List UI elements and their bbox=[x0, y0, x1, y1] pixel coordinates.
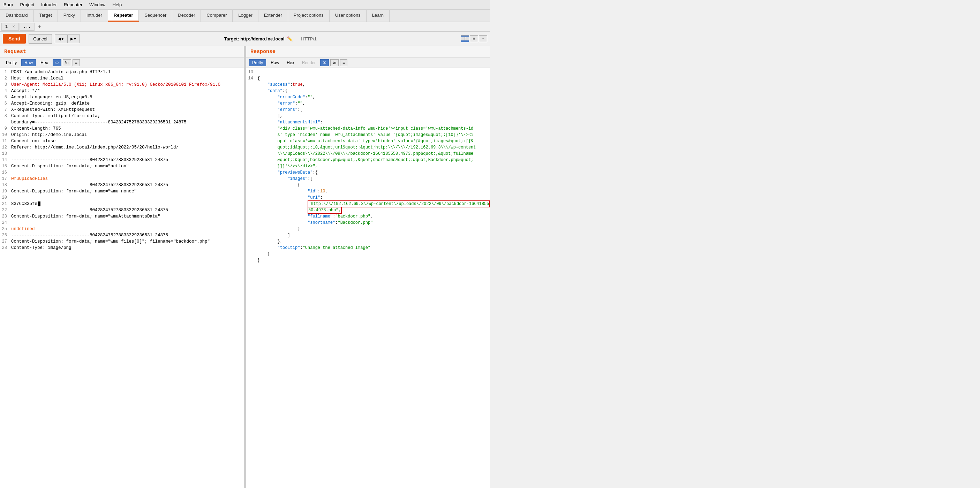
req-line-5: 5 Accept-Language: en-US,en;q=0.5 bbox=[0, 94, 244, 101]
resp-btn-newline[interactable]: \n bbox=[330, 59, 339, 66]
resp-line-data: "data":{ bbox=[246, 88, 490, 94]
menu-intruder[interactable]: Intruder bbox=[38, 1, 60, 9]
resp-line-previews: "previewsData":{ bbox=[246, 170, 490, 176]
tab-target[interactable]: Target bbox=[34, 10, 58, 22]
resp-line-data-close: } bbox=[246, 251, 490, 258]
resp-line-previews-close: }, bbox=[246, 239, 490, 245]
resp-line-html6: &quot;:&quot;backdoor.php&quot;,&quot;sh… bbox=[246, 157, 490, 164]
resp-line-img-open: { bbox=[246, 182, 490, 189]
req-line-12: 12 Referer: http://demo.ine.local/index.… bbox=[0, 145, 244, 151]
menu-project[interactable]: Project bbox=[16, 1, 37, 9]
tab-decoder[interactable]: Decoder bbox=[172, 10, 201, 22]
resp-line-html7: }]}'\/><\/div>", bbox=[246, 164, 490, 170]
req-line-9: 9 Content-Length: 765 bbox=[0, 126, 244, 132]
resp-line-img-close: } bbox=[246, 226, 490, 232]
req-btn-hex[interactable]: Hex bbox=[37, 59, 51, 66]
view-toggles: ⬜⬜ ▤ ▪ bbox=[461, 35, 487, 42]
menu-help[interactable]: Help bbox=[109, 1, 125, 9]
main-content: Request Pretty Raw Hex ① \n ≡ 1 POST /wp… bbox=[0, 46, 490, 488]
resp-line-success: "success":true, bbox=[246, 82, 490, 88]
resp-line-errorCode: "errorCode":"", bbox=[246, 94, 490, 101]
target-info: Target: http://demo.ine.local ✏️ bbox=[224, 36, 293, 41]
req-btn-menu[interactable]: ≡ bbox=[73, 59, 80, 66]
view-single-toggle[interactable]: ▪ bbox=[479, 35, 487, 42]
response-toolbar: Pretty Raw Hex Render ① \n ≡ bbox=[246, 58, 490, 68]
toolbar: Send Cancel ◀▼ ▶▼ Target: http://demo.in… bbox=[0, 32, 490, 46]
req-line-19: 19 Content-Disposition: form-data; name=… bbox=[0, 189, 244, 195]
req-line-23: 23 Content-Disposition: form-data; name=… bbox=[0, 214, 244, 220]
tab-proxy[interactable]: Proxy bbox=[58, 10, 81, 22]
tab-project-options[interactable]: Project options bbox=[288, 10, 329, 22]
req-btn-5[interactable]: ① bbox=[52, 59, 61, 66]
resp-btn-hex[interactable]: Hex bbox=[283, 59, 297, 66]
resp-line-id: "id":10, bbox=[246, 189, 490, 195]
request-toolbar: Pretty Raw Hex ① \n ≡ bbox=[0, 58, 244, 68]
resp-btn-raw[interactable]: Raw bbox=[267, 59, 282, 66]
send-button[interactable]: Send bbox=[3, 34, 26, 44]
req-btn-pretty[interactable]: Pretty bbox=[3, 59, 20, 66]
resp-line-13: 13 bbox=[246, 69, 490, 76]
req-line-21: 21 8376c835fe bbox=[0, 201, 244, 207]
req-btn-raw[interactable]: Raw bbox=[21, 59, 36, 66]
resp-line-html2: s' type='hidden' name='wmu_attachments' … bbox=[246, 132, 490, 138]
resp-line-url-val1: "http:\/\/192.162.69.3\/wp-content\/uplo… bbox=[246, 201, 490, 207]
resp-btn-5[interactable]: ① bbox=[320, 59, 329, 66]
view-split-toggle[interactable]: ⬜⬜ bbox=[461, 35, 469, 42]
menu-window[interactable]: Window bbox=[86, 1, 109, 9]
req-line-8: 8 Content-Type: multipart/form-data; bbox=[0, 113, 244, 119]
nav-prev[interactable]: ◀▼ bbox=[55, 35, 68, 43]
resp-btn-menu[interactable]: ≡ bbox=[340, 59, 347, 66]
http-version: HTTP/1 bbox=[301, 36, 317, 41]
response-code[interactable]: 13 14 { "success":true, "data":{ "errorC… bbox=[246, 68, 490, 488]
request-code[interactable]: 1 POST /wp-admin/admin-ajax.php HTTP/1.1… bbox=[0, 68, 244, 488]
repeater-add-tab[interactable]: + bbox=[35, 23, 44, 30]
resp-line-tooltip: "tooltip":"Change the attached image" bbox=[246, 245, 490, 251]
req-line-14: 14 ------------------------------8042824… bbox=[0, 157, 244, 164]
repeater-tab-2[interactable]: ... bbox=[19, 23, 35, 31]
req-line-25: 25 undefined bbox=[0, 226, 244, 232]
req-line-20: 20 bbox=[0, 195, 244, 201]
tab-learn[interactable]: Learn bbox=[366, 10, 390, 22]
response-header: Response bbox=[246, 46, 490, 58]
req-line-8b: boundary=----------------------------804… bbox=[0, 119, 244, 126]
resp-line-html4: quot;id&quot;:10,&quot;url&quot;:&quot;h… bbox=[246, 145, 490, 151]
request-header: Request bbox=[0, 46, 244, 58]
resp-btn-render[interactable]: Render bbox=[299, 59, 319, 66]
req-line-26: 26 ------------------------------8042824… bbox=[0, 232, 244, 239]
resp-line-url-val2: 50.4973.php", bbox=[246, 207, 490, 214]
resp-line-14: 14 { bbox=[246, 76, 490, 82]
req-line-2: 2 Host: demo.ine.local bbox=[0, 76, 244, 82]
resp-line-arr-close: ] bbox=[246, 232, 490, 239]
tab-dashboard[interactable]: Dashboard bbox=[0, 10, 34, 22]
view-stacked-toggle[interactable]: ▤ bbox=[470, 35, 478, 42]
repeater-tab-1-close[interactable]: × bbox=[12, 24, 15, 29]
tab-comparer[interactable]: Comparer bbox=[201, 10, 232, 22]
req-line-7: 7 X-Requested-With: XMLHttpRequest bbox=[0, 107, 244, 113]
resp-line-root-close: } bbox=[246, 258, 490, 264]
repeater-tab-1[interactable]: 1 × bbox=[2, 23, 19, 31]
tab-logger[interactable]: Logger bbox=[232, 10, 258, 22]
req-line-15: 15 Content-Disposition: form-data; name=… bbox=[0, 164, 244, 170]
req-line-17: 17 wmuUploadFiles bbox=[0, 176, 244, 182]
req-line-1: 1 POST /wp-admin/admin-ajax.php HTTP/1.1 bbox=[0, 69, 244, 76]
tab-extender[interactable]: Extender bbox=[258, 10, 288, 22]
menu-burp[interactable]: Burp bbox=[0, 1, 16, 9]
nav-next[interactable]: ▶▼ bbox=[68, 35, 80, 43]
target-edit-icon[interactable]: ✏️ bbox=[287, 36, 293, 41]
req-line-18: 18 ------------------------------8042824… bbox=[0, 182, 244, 189]
req-line-4: 4 Accept: */* bbox=[0, 88, 244, 94]
tab-sequencer[interactable]: Sequencer bbox=[139, 10, 172, 22]
tab-repeater[interactable]: Repeater bbox=[108, 10, 139, 22]
tab-user-options[interactable]: User options bbox=[329, 10, 366, 22]
cancel-button[interactable]: Cancel bbox=[29, 34, 52, 44]
response-panel: Response Pretty Raw Hex Render ① \n ≡ 13… bbox=[246, 46, 490, 488]
nav-tabs: Dashboard Target Proxy Intruder Repeater… bbox=[0, 10, 490, 22]
tab-intruder[interactable]: Intruder bbox=[81, 10, 108, 22]
menu-repeater[interactable]: Repeater bbox=[60, 1, 86, 9]
req-line-6: 6 Accept-Encoding: gzip, deflate bbox=[0, 101, 244, 107]
resp-btn-pretty[interactable]: Pretty bbox=[249, 59, 266, 66]
resp-line-error: "error":"", bbox=[246, 101, 490, 107]
req-line-11: 11 Connection: close bbox=[0, 138, 244, 145]
req-btn-newline[interactable]: \n bbox=[63, 59, 71, 66]
resp-line-shortname: "shortname":"Backdoor.php" bbox=[246, 220, 490, 226]
